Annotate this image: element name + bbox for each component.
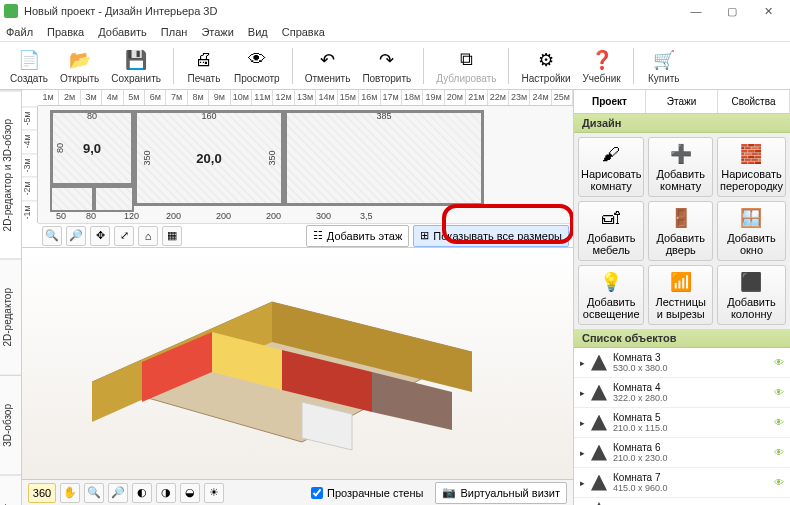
object-row[interactable]: ▸Комната 7415.0 x 960.0👁 (574, 468, 790, 498)
light-button[interactable]: ☀ (204, 483, 224, 503)
vtab-0[interactable]: 2D-редактор и 3D-обзор (0, 90, 21, 259)
expand-icon[interactable]: ▸ (580, 448, 585, 458)
menu-вид[interactable]: Вид (248, 26, 268, 38)
orbit-360-button[interactable]: 360 (28, 483, 56, 503)
grid-button[interactable]: ▦ (162, 226, 182, 246)
object-row[interactable]: ▸Комната 4322.0 x 280.0👁 (574, 378, 790, 408)
home-button[interactable]: ⌂ (138, 226, 158, 246)
object-row[interactable]: ▸Комната 3530.0 x 380.0👁 (574, 348, 790, 378)
room-small-b[interactable] (94, 186, 134, 212)
visibility-icon[interactable]: 👁 (774, 417, 784, 428)
ruler-tick: 19м (423, 90, 444, 105)
expand-icon[interactable]: ▸ (580, 358, 585, 368)
dimensions-icon: ⊞ (420, 229, 429, 242)
vtab-3[interactable]: Виртуальный визит (0, 475, 21, 505)
menu-файл[interactable]: Файл (6, 26, 33, 38)
pan-3d-button[interactable]: ✋ (60, 483, 80, 503)
visibility-icon[interactable]: 👁 (774, 447, 784, 458)
object-row[interactable]: ▸Комната 5210.0 x 115.0👁 (574, 408, 790, 438)
pan-button[interactable]: ✥ (90, 226, 110, 246)
maximize-button[interactable]: ▢ (714, 0, 750, 22)
room-3[interactable]: 385 (284, 110, 484, 206)
design-header: Дизайн (574, 114, 790, 133)
design-stairs-button[interactable]: 📶Лестницы и вырезы (648, 265, 713, 325)
vtab-2[interactable]: 3D-обзор (0, 375, 21, 475)
objects-list[interactable]: ▸Комната 3530.0 x 380.0👁▸Комната 4322.0 … (574, 348, 790, 505)
object-size: 210.0 x 115.0 (613, 423, 768, 433)
vtab-1[interactable]: 2D-редактор (0, 259, 21, 375)
help-icon: ❓ (590, 48, 614, 72)
model-3d[interactable] (72, 262, 492, 462)
close-button[interactable]: ✕ (750, 0, 786, 22)
virtual-visit-button[interactable]: 📷 Виртуальный визит (435, 482, 567, 504)
design-wall-button[interactable]: 🧱Нарисовать перегородку (717, 137, 786, 197)
duplicate-icon: ⧉ (454, 48, 478, 72)
ruler-tick: 24м (530, 90, 551, 105)
room-1[interactable]: 9,0 80 80 (50, 110, 134, 186)
folder-open-button[interactable]: 📂Открыть (56, 44, 103, 88)
object-row[interactable]: ▸Газовая плита👁 (574, 498, 790, 505)
plan-2d-pane[interactable]: 1м2м3м4м5м6м7м8м9м10м11м12м13м14м15м16м1… (22, 90, 573, 248)
menu-справка[interactable]: Справка (282, 26, 325, 38)
visibility-icon[interactable]: 👁 (774, 477, 784, 488)
save-icon: 💾 (124, 48, 148, 72)
visibility-icon[interactable]: 👁 (774, 357, 784, 368)
side-tab-проект[interactable]: Проект (574, 90, 646, 113)
show-all-sizes-button[interactable]: ⊞ Показывать все размеры (413, 225, 569, 247)
redo-button[interactable]: ↷Повторить (358, 44, 415, 88)
zoom-in-button[interactable]: 🔍 (42, 226, 62, 246)
file-new-button[interactable]: 📄Создать (6, 44, 52, 88)
plan-canvas[interactable]: 9,0 80 80 20,0 160 350 350 385 50 80 (38, 106, 573, 223)
zoom-out-3d-button[interactable]: 🔎 (108, 483, 128, 503)
menu-этажи[interactable]: Этажи (201, 26, 233, 38)
design-label: Добавить мебель (581, 232, 641, 256)
menu-план[interactable]: План (161, 26, 188, 38)
object-icon (591, 445, 607, 461)
side-tab-свойства[interactable]: Свойства (718, 90, 790, 113)
visibility-icon[interactable]: 👁 (774, 387, 784, 398)
design-add-room-button[interactable]: ➕Добавить комнату (648, 137, 713, 197)
save-button[interactable]: 💾Сохранить (107, 44, 165, 88)
gear-button[interactable]: ⚙Настройки (517, 44, 574, 88)
menu-добавить[interactable]: Добавить (98, 26, 147, 38)
add-floor-button[interactable]: ☷ Добавить этаж (306, 225, 409, 247)
undo-button[interactable]: ↶Отменить (301, 44, 355, 88)
room-area: 20,0 (196, 151, 221, 166)
ruler-tick: 7м (166, 90, 187, 105)
toolbar-separator (633, 48, 634, 84)
expand-icon[interactable]: ▸ (580, 478, 585, 488)
eye-button[interactable]: 👁Просмотр (230, 44, 284, 88)
ruler-tick: 14м (316, 90, 337, 105)
room-2[interactable]: 20,0 160 350 350 (134, 110, 284, 206)
preview-3d-pane[interactable]: 360 ✋ 🔍 🔎 ◐ ◑ ◒ ☀ Прозрачные стены 📷 Вир… (22, 248, 573, 505)
room-small-a[interactable] (50, 186, 94, 212)
cart-button[interactable]: 🛒Купить (642, 44, 686, 88)
design-draw-room-button[interactable]: 🖌Нарисовать комнату (578, 137, 644, 197)
printer-button[interactable]: 🖨Печать (182, 44, 226, 88)
transparent-walls-input[interactable] (311, 487, 323, 499)
side-tab-этажи[interactable]: Этажи (646, 90, 718, 113)
minimize-button[interactable]: — (678, 0, 714, 22)
expand-icon[interactable]: ▸ (580, 388, 585, 398)
zoom-in-3d-button[interactable]: 🔍 (84, 483, 104, 503)
design-light-button[interactable]: 💡Добавить освещение (578, 265, 644, 325)
view-b-button[interactable]: ◑ (156, 483, 176, 503)
object-row[interactable]: ▸Комната 6210.0 x 230.0👁 (574, 438, 790, 468)
help-button[interactable]: ❓Учебник (579, 44, 625, 88)
design-furniture-button[interactable]: 🛋Добавить мебель (578, 201, 644, 261)
app-icon (4, 4, 18, 18)
zoom-out-button[interactable]: 🔎 (66, 226, 86, 246)
toolbar-separator (508, 48, 509, 84)
plan-toolstrip: 🔍 🔎 ✥ ⤢ ⌂ ▦ ☷ Добавить этаж ⊞ Показывать… (38, 223, 573, 247)
design-door-button[interactable]: 🚪Добавить дверь (648, 201, 713, 261)
ruler-tick: 2м (59, 90, 80, 105)
view-c-button[interactable]: ◒ (180, 483, 200, 503)
expand-icon[interactable]: ▸ (580, 418, 585, 428)
transparent-walls-checkbox[interactable]: Прозрачные стены (311, 487, 423, 499)
view-a-button[interactable]: ◐ (132, 483, 152, 503)
folder-open-icon: 📂 (68, 48, 92, 72)
design-column-button[interactable]: ⬛Добавить колонну (717, 265, 786, 325)
design-window-button[interactable]: 🪟Добавить окно (717, 201, 786, 261)
menu-правка[interactable]: Правка (47, 26, 84, 38)
fit-button[interactable]: ⤢ (114, 226, 134, 246)
